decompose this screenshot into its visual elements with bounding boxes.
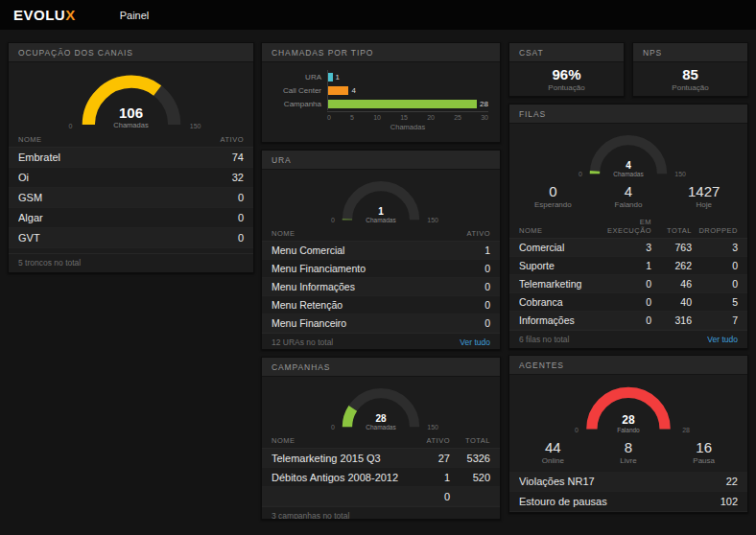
bar-value: 1 <box>336 73 340 81</box>
panel-nps: NPS 85 Pontuação <box>632 42 748 97</box>
cell-ativo: 0 <box>205 232 244 244</box>
gauge-max-label: 150 <box>674 171 686 177</box>
stat-esperando: 0 Esperando <box>515 183 591 209</box>
cell-ativo: 1 <box>412 472 450 483</box>
gauge-readout: 4 Chamadas <box>582 160 674 177</box>
table-header: NOME ATIVO TOTAL <box>262 433 500 449</box>
top-nav-bar: EVOLUX Painel <box>0 0 756 30</box>
panel-ocupacao-dos-canais: OCUPAÇÃO DOS CANAIS 106 Chamadas 0 150 N… <box>8 42 254 273</box>
panel-title: CHAMADAS POR TIPO <box>262 43 500 62</box>
table-row: GSM0 <box>9 188 253 208</box>
footer-note: 5 troncos no total <box>18 258 81 268</box>
cell-total: 5326 <box>450 453 490 464</box>
panel-footer: 6 filas no total Ver tudo <box>509 330 747 349</box>
cell-em-execucao: 0 <box>602 314 651 326</box>
gauge-min-label: 0 <box>331 217 335 223</box>
gauge-min-label: 0 <box>331 424 335 430</box>
table-row: Violações NR1722 <box>509 472 747 492</box>
chart-axis-line <box>327 70 328 110</box>
table-row: Menu Financeiro0 <box>262 314 500 333</box>
gauge-readout: 28 Falando <box>579 414 678 433</box>
cell-nome: GSM <box>18 192 205 203</box>
cell-ativo: 0 <box>452 299 490 311</box>
cell-ativo: 0 <box>452 317 490 329</box>
stat-value: 4 <box>591 183 667 199</box>
bar-label: Campanha <box>262 100 327 108</box>
table-header: NOME ATIVO <box>9 132 253 148</box>
table-header: NOME ATIVO <box>262 226 500 242</box>
panel-footer: 3 campanhas no total <box>262 506 500 520</box>
col-nome: NOME <box>272 436 412 445</box>
table-row: Telemarketing 2015 Q3275326 <box>262 449 500 468</box>
cell-total: 520 <box>450 472 490 483</box>
cell-ativo: 74 <box>205 151 244 163</box>
ver-tudo-link[interactable]: Ver tudo <box>460 337 490 347</box>
table-row: Comercial37633 <box>509 239 747 257</box>
chamadas-por-tipo-chart: URA 1 Call Center 4 Campanha 28 0 5 10 1… <box>262 62 500 142</box>
bar-campanha <box>327 100 477 108</box>
table-row: Telemarketing0460 <box>509 275 747 293</box>
evolux-logo[interactable]: EVOLUX <box>13 7 76 23</box>
cell-nome: Menu Informações <box>272 281 452 292</box>
cell-nome: GVT <box>18 232 205 244</box>
cell-nome: Débitos Antigos 2008-2012 <box>272 472 412 483</box>
panel-title: CAMPANHAS <box>262 358 500 377</box>
col-em-execucao: EM EXECUÇÃO <box>602 219 651 235</box>
panel-chamadas-por-tipo: CHAMADAS POR TIPO URA 1 Call Center 4 Ca… <box>261 42 501 143</box>
gauge-max-label: 28 <box>682 427 690 433</box>
score-label: Pontuação <box>548 83 584 92</box>
gauge-max-label: 150 <box>190 123 201 129</box>
tick: 0 <box>327 114 331 121</box>
filas-stats: 0 Esperando 4 Falando 1427 Hoje <box>509 180 747 216</box>
stat-online: 44 Online <box>515 439 591 465</box>
canais-gauge: 106 Chamadas 0 150 <box>73 68 190 130</box>
table-row: Menu Comercial1 <box>262 242 500 260</box>
gauge-label: Falando <box>579 427 678 433</box>
nps-score: 85 Pontuação <box>633 62 747 96</box>
nav-item-painel[interactable]: Painel <box>120 10 150 21</box>
bar-label: Call Center <box>262 86 327 95</box>
col-ativo: ATIVO <box>412 436 450 445</box>
stat-value: 0 <box>515 183 591 199</box>
tick: 20 <box>427 114 435 121</box>
stat-value: 1427 <box>666 183 742 199</box>
panel-footer: 5 troncos no total <box>9 253 253 272</box>
cell-ativo: 0 <box>205 192 244 203</box>
table-header: NOME EM EXECUÇÃO TOTAL DROPPED <box>509 216 747 239</box>
gauge-min-label: 0 <box>579 171 582 177</box>
cell-dropped: 5 <box>692 296 738 308</box>
score-value: 96% <box>552 66 580 82</box>
filas-gauge: 4 Chamadas 0 150 <box>582 129 674 178</box>
table-row: Menu Informações0 <box>262 278 500 296</box>
cell-nome: Menu Financiamento <box>272 263 452 274</box>
gauge-label: Chamadas <box>335 217 427 223</box>
tick: 5 <box>350 114 354 121</box>
gauge-max-label: 150 <box>427 424 438 430</box>
gauge-label: Chamadas <box>582 171 674 177</box>
panel-title: AGENTES <box>509 356 747 375</box>
canais-table: Embratel74 Oi32 GSM0 Algar0 GVT0 <box>9 148 253 248</box>
x-axis-ticks: 0 5 10 15 20 25 30 <box>327 111 488 121</box>
agentes-gauge: 28 Falando 0 28 <box>579 381 678 434</box>
bar-track: 1 <box>327 73 488 81</box>
gauge-min-label: 0 <box>69 123 73 129</box>
col-dropped: DROPPED <box>692 226 738 235</box>
panel-title: FILAS <box>509 105 747 124</box>
gauge-label: Chamadas <box>335 424 427 430</box>
logo-accent: X <box>65 7 76 23</box>
bar-row-call-center: Call Center 4 <box>262 83 488 97</box>
score-label: Pontuação <box>672 83 708 92</box>
cell-nome: Menu Comercial <box>272 244 452 256</box>
cell-ativo: 1 <box>452 244 490 256</box>
table-row: Informações03167 <box>509 312 747 330</box>
tick: 25 <box>454 114 461 121</box>
col-total: TOTAL <box>450 436 490 445</box>
stat-label: Pausa <box>666 456 742 465</box>
stat-livre: 8 Livre <box>591 439 667 465</box>
bar-value: 28 <box>480 100 488 108</box>
cell-em-execucao: 0 <box>602 278 651 290</box>
bar-value: 4 <box>351 86 355 95</box>
ver-tudo-link[interactable]: Ver tudo <box>707 335 738 344</box>
stat-label: Falando <box>591 200 667 209</box>
footer-note: 3 campanhas no total <box>272 511 349 520</box>
